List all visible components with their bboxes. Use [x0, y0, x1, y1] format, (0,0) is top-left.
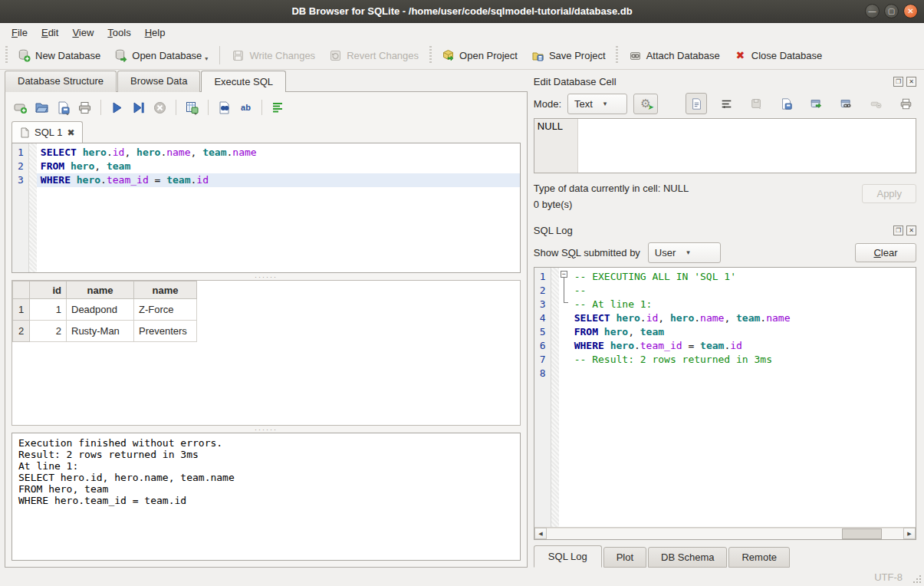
log-line[interactable] [571, 367, 916, 380]
cell-editor-toolbar [686, 93, 916, 114]
open-sql-file-icon[interactable] [35, 100, 49, 115]
scrollbar-track[interactable] [547, 528, 903, 539]
row-number[interactable]: 1 [13, 299, 30, 321]
cell-value-editor[interactable]: NULL [534, 118, 916, 173]
open-new-tab-icon[interactable] [13, 100, 28, 115]
scroll-left-icon[interactable]: ◀ [534, 528, 547, 539]
table-cell[interactable]: Rusty-Man [67, 321, 134, 342]
save-sql-file-icon[interactable] [56, 100, 71, 115]
sql-editor[interactable]: 123 SELECT hero.id, hero.name, team.name… [12, 143, 521, 273]
dock-close-icon[interactable]: ✕ [906, 77, 916, 87]
open-database-button[interactable]: Open Database ▾ [107, 45, 215, 66]
log-line[interactable]: -- EXECUTING ALL IN 'SQL 1' [571, 270, 916, 284]
fold-marker [559, 364, 571, 378]
menu-tools[interactable]: Tools [100, 25, 137, 40]
editor-fold-margin [29, 143, 37, 272]
dock-float-icon[interactable]: ❐ [893, 77, 903, 87]
log-line[interactable]: SELECT hero.id, hero.name, team.name [571, 311, 916, 325]
scrollbar-thumb[interactable] [842, 528, 882, 539]
resize-grip-icon[interactable] [912, 574, 922, 584]
find-icon[interactable] [217, 100, 232, 115]
dock-close-icon[interactable]: ✕ [906, 226, 916, 235]
tab-database-structure[interactable]: Database Structure [5, 71, 117, 92]
tab-plot[interactable]: Plot [603, 547, 646, 568]
log-line-numbers: 12345678 [534, 268, 551, 527]
menu-file[interactable]: File [5, 25, 35, 40]
cell-value-area[interactable] [578, 119, 916, 173]
editor-code-area[interactable]: SELECT hero.id, hero.name, team.nameFROM… [37, 143, 520, 272]
minimize-icon[interactable]: — [865, 4, 880, 18]
execute-sql-panel: ab SQL 1 ✖ 123 SELECT hero.id, hero.name… [5, 91, 528, 568]
log-line[interactable]: FROM hero, team [571, 325, 916, 339]
find-replace-icon[interactable]: ab [238, 100, 253, 115]
print-cell-icon[interactable] [895, 93, 916, 114]
line-number: 5 [534, 325, 551, 339]
save-results-icon[interactable] [185, 100, 199, 115]
log-fold-markers[interactable]: − [559, 268, 571, 527]
code-line[interactable]: FROM hero, team [37, 160, 520, 173]
toolbar-handle[interactable] [3, 46, 9, 64]
auto-apply-button[interactable]: ⚙ ➤ [633, 94, 658, 114]
mode-select[interactable]: Text ▾ [567, 94, 627, 114]
close-sql-tab-icon[interactable]: ✖ [67, 127, 74, 138]
sql-1-tab[interactable]: SQL 1 ✖ [12, 121, 83, 143]
results-corner [13, 281, 30, 299]
log-line[interactable]: -- Result: 2 rows returned in 3ms [571, 353, 916, 367]
scroll-right-icon[interactable]: ▶ [903, 528, 916, 539]
execute-all-icon[interactable] [110, 100, 124, 115]
text-mode-icon[interactable] [686, 93, 707, 114]
table-cell[interactable]: Deadpond [67, 299, 134, 321]
log-line[interactable]: -- At line 1: [571, 298, 916, 311]
copy-link-icon[interactable] [835, 93, 857, 114]
table-cell[interactable]: Preventers [134, 321, 197, 342]
code-line[interactable]: SELECT hero.id, hero.name, team.name [37, 146, 520, 160]
splitter-handle[interactable]: ······ [12, 426, 521, 433]
format-sql-icon[interactable] [271, 100, 285, 115]
execute-current-line-icon[interactable] [131, 100, 146, 115]
table-cell[interactable]: Z-Force [134, 299, 197, 321]
toolbar-handle[interactable] [427, 46, 433, 64]
tab-remote[interactable]: Remote [728, 547, 790, 568]
word-wrap-icon[interactable] [715, 93, 737, 114]
save-project-button[interactable]: Save Project [524, 45, 613, 66]
results-header-name[interactable]: name [67, 281, 134, 299]
status-bar: UTF-8 [0, 568, 924, 586]
splitter-handle[interactable]: ······ [12, 273, 521, 280]
open-in-app-icon[interactable] [805, 93, 827, 114]
tab-sql-log[interactable]: SQL Log [534, 545, 602, 568]
export-data-icon[interactable] [775, 93, 797, 114]
results-header-id[interactable]: id [30, 281, 67, 299]
results-header-name2[interactable]: name [134, 281, 197, 299]
menu-help[interactable]: Help [138, 25, 173, 40]
submitted-by-select[interactable]: User ▾ [648, 242, 721, 263]
open-project-button[interactable]: Open Project [435, 45, 524, 66]
tab-db-schema[interactable]: DB Schema [648, 547, 727, 568]
new-database-button[interactable]: New Database [11, 45, 107, 66]
clear-button[interactable]: Clear [855, 243, 916, 262]
right-pane: Edit Database Cell ❐ ✕ Mode: Text ▾ ⚙ ➤ [528, 71, 924, 568]
table-cell[interactable]: 1 [30, 299, 67, 321]
fold-marker[interactable]: − [559, 268, 571, 281]
close-database-button[interactable]: ✖ Close Database [727, 45, 830, 66]
menu-edit[interactable]: Edit [35, 25, 65, 40]
table-cell[interactable]: 2 [30, 321, 67, 342]
tab-browse-data[interactable]: Browse Data [117, 71, 200, 92]
open-database-dropdown-icon[interactable]: ▾ [205, 55, 208, 62]
close-icon[interactable]: ✕ [903, 4, 918, 18]
log-fold-margin [551, 268, 559, 527]
maximize-icon[interactable]: ▢ [884, 4, 899, 18]
fold-collapse-icon[interactable]: − [561, 271, 567, 278]
log-horizontal-scrollbar[interactable]: ◀ ▶ [534, 527, 916, 539]
log-line[interactable]: WHERE hero.team_id = team.id [571, 339, 916, 353]
toolbar-handle[interactable] [614, 46, 620, 64]
table-row: 22Rusty-ManPreventers [13, 321, 197, 342]
code-line[interactable]: WHERE hero.team_id = team.id [37, 173, 520, 187]
dock-float-icon[interactable]: ❐ [893, 226, 903, 235]
log-line[interactable]: -- [571, 284, 916, 298]
log-code-area[interactable]: -- EXECUTING ALL IN 'SQL 1'---- At line … [571, 268, 916, 527]
attach-database-button[interactable]: Attach Database [622, 45, 727, 66]
print-icon[interactable] [77, 100, 92, 115]
row-number[interactable]: 2 [13, 321, 30, 342]
tab-execute-sql[interactable]: Execute SQL [201, 71, 286, 92]
menu-view[interactable]: View [65, 25, 100, 40]
